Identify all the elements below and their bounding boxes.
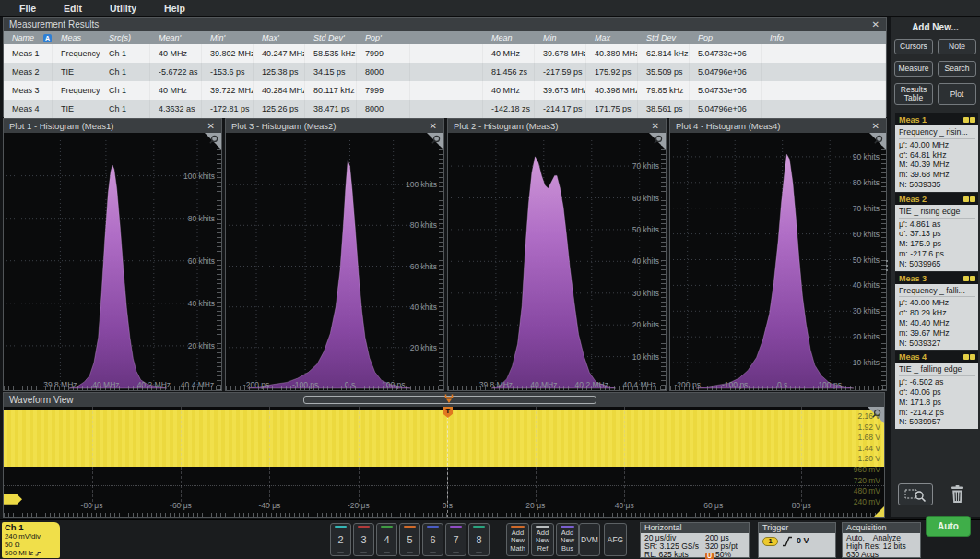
add-new-cursors-button[interactable]: Cursors — [894, 39, 933, 54]
column-header-spacer[interactable] — [410, 31, 483, 44]
column-header-Meas[interactable]: Meas — [53, 31, 100, 44]
add-new-measure-button[interactable]: Measure — [894, 61, 933, 77]
plot-zoom-corner-icon[interactable] — [868, 133, 886, 155]
column-header-Std Dev[interactable]: Std Dev — [638, 31, 690, 44]
add-new-search-button[interactable]: Search — [938, 61, 976, 77]
column-header-Min[interactable]: Min — [535, 31, 586, 44]
plot-zoom-corner-icon[interactable] — [425, 133, 443, 155]
table-cell — [410, 81, 483, 100]
y-axis-tick-label: 40 khits — [188, 299, 215, 308]
waveform-display-area[interactable]: T -80 μs-60 μs-40 μs-20 μs0 s20 μs40 μs6… — [4, 407, 884, 517]
table-cell: 38.471 ps — [305, 100, 357, 118]
menu-item-file[interactable]: File — [6, 3, 50, 14]
trigger-position-icon[interactable] — [444, 394, 454, 406]
measurement-stat: M: 40.40 MHz — [899, 318, 975, 328]
plot-zoom-corner-icon[interactable] — [647, 133, 666, 155]
channel-6-button[interactable]: 6 — [422, 523, 443, 556]
plot-area: 100 khits80 khits60 khits40 khits20 khit… — [226, 133, 443, 390]
plot-zoom-corner-icon[interactable] — [203, 133, 221, 155]
table-row-meas-2[interactable]: Meas 2TIECh 1-5.6722 as-153.6 ps125.38 p… — [4, 63, 886, 81]
channel-1-badge[interactable]: Ch 1 240 mV/div 50 Ω 500 MHz — [2, 522, 60, 558]
channel-color-strip — [381, 526, 393, 528]
table-row-meas-1[interactable]: Meas 1FrequencyCh 140 MHz39.802 MHz40.24… — [4, 44, 886, 63]
column-header-Max'[interactable]: Max' — [254, 31, 305, 44]
trash-icon[interactable] — [946, 483, 968, 505]
channel-foot-strip — [384, 552, 390, 553]
measurement-stat: N: 5039327 — [899, 339, 975, 349]
column-header-label: Max — [595, 33, 610, 42]
column-header-Min'[interactable]: Min' — [202, 31, 254, 44]
trigger-badge-panel[interactable]: Trigger 1 0 V — [758, 522, 836, 558]
plot-titlebar: Plot 2 - Histogram (Meas3)✕ — [448, 119, 666, 133]
add-new-ref-button[interactable]: AddNewRef — [531, 523, 554, 556]
waveform-y-tick-label: 240 mV — [854, 497, 880, 506]
close-icon[interactable]: ✕ — [872, 120, 880, 132]
table-cell — [410, 100, 483, 118]
button-color-strip — [536, 526, 549, 528]
measurement-name: Frequency _ risin... — [899, 127, 975, 139]
column-header-Std Dev'[interactable]: Std Dev' — [305, 31, 357, 44]
waveform-y-tick-label: 960 mV — [854, 465, 880, 474]
zoom-mode-button[interactable] — [898, 483, 933, 505]
y-axis-tick-label: 80 khits — [410, 220, 437, 230]
column-header-Mean'[interactable]: Mean' — [150, 31, 202, 44]
y-axis-tick-label: 40 khits — [632, 256, 659, 266]
channel-3-button[interactable]: 3 — [353, 523, 374, 556]
waveform-x-tick-label: -20 μs — [348, 501, 370, 510]
column-header-label: Min — [543, 33, 557, 42]
column-header-Info[interactable]: Info — [762, 31, 886, 44]
acquisition-badge[interactable]: Acquisition Auto, Analyze High Res: 12 b… — [842, 522, 921, 558]
close-icon[interactable]: ✕ — [207, 120, 215, 132]
horizontal-title: Horizontal — [641, 523, 749, 533]
column-header-Src(s)[interactable]: Src(s) — [100, 31, 150, 44]
histogram-plots-row: Plot 1 - Histogram (Meas1)✕100 khits80 k… — [3, 118, 888, 391]
menu-item-help[interactable]: Help — [150, 3, 199, 14]
dvm-button[interactable]: DVM — [579, 523, 600, 556]
channel-1-impedance: 50 Ω — [5, 541, 57, 549]
column-header-Pop'[interactable]: Pop' — [357, 31, 410, 44]
results-panel-titlebar: Measurement Results ✕ — [4, 18, 886, 31]
measurement-badge-meas-3[interactable]: Meas 3Frequency _ falli...μ': 40.00 MHzσ… — [895, 272, 978, 351]
channel-7-button[interactable]: 7 — [445, 523, 466, 556]
bottom-settings-bar: Ch 1 240 mV/div 50 Ω 500 MHz 2345678 Add… — [0, 519, 980, 559]
add-new-results-table-button[interactable]: Results Table — [894, 83, 933, 105]
add-new-note-button[interactable]: Note — [938, 39, 976, 54]
table-cell: 58.535 kHz — [305, 44, 357, 63]
measurement-badge-meas-4[interactable]: Meas 4TIE _ falling edgeμ': -6.502 asσ':… — [895, 351, 978, 429]
horizontal-badge[interactable]: Horizontal 20 μs/div200 μsSR: 3.125 GS/s… — [640, 522, 750, 558]
channel-4-button[interactable]: 4 — [376, 523, 397, 556]
auto-trigger-button[interactable]: Auto — [926, 516, 971, 537]
table-cell: 40.247 MHz — [254, 44, 305, 63]
waveform-gridline — [92, 407, 93, 506]
column-header-Name[interactable]: NameA — [4, 31, 53, 44]
add-new-math-button[interactable]: AddNewMath — [506, 523, 529, 556]
waveform-y-tick-label: 1.20 V — [857, 454, 880, 463]
afg-button[interactable]: AFG — [604, 523, 627, 556]
waveform-y-tick-label: 480 mV — [854, 486, 880, 495]
grid-dot-row — [4, 485, 884, 486]
channel-5-button[interactable]: 5 — [399, 523, 420, 556]
column-header-Pop[interactable]: Pop — [690, 31, 762, 44]
measurement-badge-meas-1[interactable]: Meas 1Frequency _ risin...μ': 40.00 MHzσ… — [895, 113, 978, 192]
table-row-meas-4[interactable]: Meas 4TIECh 14.3632 as-172.81 ps125.26 p… — [4, 100, 886, 118]
table-cell — [762, 63, 886, 81]
column-header-Mean[interactable]: Mean — [483, 31, 535, 44]
table-row-meas-3[interactable]: Meas 3FrequencyCh 140 MHz39.722 MHz40.28… — [4, 81, 886, 100]
waveform-y-tick-label: 1.44 V — [857, 444, 880, 453]
close-icon[interactable]: ✕ — [652, 120, 659, 132]
close-icon[interactable]: ✕ — [872, 18, 880, 30]
measurement-badge-meas-2[interactable]: Meas 2TIE _ rising edgeμ': 4.861 asσ': 3… — [895, 193, 978, 271]
menu-item-utility[interactable]: Utility — [96, 3, 150, 14]
channel-8-button[interactable]: 8 — [468, 523, 490, 556]
column-header-label: Min' — [210, 33, 225, 42]
add-new-plot-button[interactable]: Plot — [938, 83, 976, 105]
channel-2-button[interactable]: 2 — [330, 523, 351, 556]
column-header-Max[interactable]: Max — [586, 31, 638, 44]
waveform-gridline — [536, 407, 537, 506]
y-axis-tick-label: 50 khits — [632, 225, 659, 234]
acquisition-title: Acquisition — [843, 523, 920, 533]
sidebar-drag-handle[interactable] — [886, 260, 888, 271]
add-new-bus-button[interactable]: AddNewBus — [556, 523, 579, 556]
close-icon[interactable]: ✕ — [430, 120, 437, 132]
menu-item-edit[interactable]: Edit — [50, 3, 96, 14]
